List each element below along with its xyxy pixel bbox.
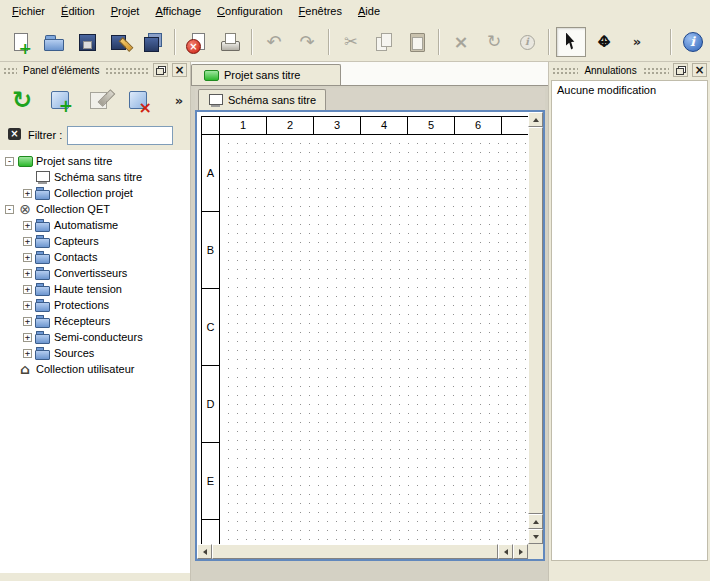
- sheet-corner-cell: [201, 116, 220, 135]
- tree-item[interactable]: + Capteurs: [0, 233, 190, 249]
- copy-button[interactable]: [369, 27, 399, 57]
- tree-expander[interactable]: +: [23, 349, 32, 358]
- edit-element-button[interactable]: [83, 83, 117, 117]
- scroll-up-button[interactable]: [528, 112, 543, 127]
- tree-expander[interactable]: +: [23, 269, 32, 278]
- menu-fenetres[interactable]: Fenêtres: [291, 3, 350, 19]
- undo-history-list: Aucune modification: [551, 80, 708, 561]
- horizontal-scrollbar[interactable]: [197, 544, 528, 559]
- clear-filter-button[interactable]: [5, 127, 23, 143]
- scroll-up-button-secondary[interactable]: [528, 514, 543, 529]
- elements-tree: - Projet sans titre Schéma sans titre + …: [0, 150, 190, 573]
- tree-expander[interactable]: +: [23, 301, 32, 310]
- toolbar-overflow-button[interactable]: [622, 27, 652, 57]
- new-element-button[interactable]: [44, 83, 78, 117]
- tree-item[interactable]: - Projet sans titre: [0, 153, 190, 169]
- tree-expander[interactable]: [23, 173, 32, 182]
- right-arrow-icon: [519, 549, 523, 555]
- about-qet-button[interactable]: [678, 27, 708, 57]
- save-button[interactable]: [72, 27, 102, 57]
- elements-panel-close-button[interactable]: [172, 63, 187, 77]
- delete-button[interactable]: [446, 27, 476, 57]
- tab-schema-label: Schéma sans titre: [228, 94, 316, 106]
- redo-button[interactable]: [292, 27, 322, 57]
- selection-mode-button[interactable]: [556, 27, 586, 57]
- tree-expander[interactable]: -: [5, 157, 14, 166]
- scroll-right-button[interactable]: [513, 544, 528, 559]
- elements-panel: Panel d'éléments: [0, 62, 190, 581]
- tree-expander[interactable]: +: [23, 333, 32, 342]
- tree-item[interactable]: + Semi-conducteurs: [0, 329, 190, 345]
- menu-edition[interactable]: Édition: [53, 3, 103, 19]
- open-folder-icon: [43, 31, 65, 53]
- tree-expander[interactable]: +: [23, 237, 32, 246]
- scroll-down-button[interactable]: [528, 529, 543, 544]
- scroll-left-button-secondary[interactable]: [498, 544, 513, 559]
- tree-item[interactable]: - Collection QET: [0, 201, 190, 217]
- tree-item[interactable]: + Protections: [0, 297, 190, 313]
- grid-paper[interactable]: [221, 136, 527, 543]
- print-icon: [219, 31, 241, 53]
- tree-item[interactable]: + Collection projet: [0, 185, 190, 201]
- tree-expander[interactable]: +: [23, 189, 32, 198]
- tree-item[interactable]: Schéma sans titre: [0, 169, 190, 185]
- tree-item[interactable]: + Sources: [0, 345, 190, 361]
- tree-item[interactable]: + Récepteurs: [0, 313, 190, 329]
- paste-button[interactable]: [402, 27, 432, 57]
- tree-expander[interactable]: +: [23, 285, 32, 294]
- save-as-button[interactable]: [105, 27, 135, 57]
- row-header-cell: D: [202, 366, 219, 443]
- folder-icon: [35, 266, 51, 280]
- menu-affichage[interactable]: Affichage: [147, 3, 209, 19]
- close-file-button[interactable]: [182, 27, 212, 57]
- tree-item[interactable]: + Automatisme: [0, 217, 190, 233]
- tree-expander[interactable]: -: [5, 205, 14, 214]
- tree-item[interactable]: Collection utilisateur: [0, 361, 190, 377]
- vertical-scrollbar-thumb[interactable]: [528, 127, 543, 514]
- undo-panel-float-button[interactable]: [673, 63, 688, 77]
- elements-panel-float-button[interactable]: [153, 63, 168, 77]
- filter-input[interactable]: [67, 126, 173, 145]
- tree-item-label: Projet sans titre: [36, 155, 112, 167]
- menu-fichier[interactable]: Fichier: [4, 3, 53, 19]
- panel-overflow-button[interactable]: [170, 88, 188, 112]
- chevron-right-icon: [626, 31, 648, 53]
- menu-bar: Fichier Édition Projet Affichage Configu…: [0, 0, 710, 22]
- tree-expander[interactable]: +: [23, 253, 32, 262]
- rotate-button[interactable]: [479, 27, 509, 57]
- info-blue-icon: [682, 31, 704, 53]
- tree-expander[interactable]: +: [23, 221, 32, 230]
- folder-icon: [35, 186, 51, 200]
- new-document-button[interactable]: [6, 27, 36, 57]
- undo-panel-close-button[interactable]: [692, 63, 707, 77]
- elements-panel-titlebar[interactable]: Panel d'éléments: [0, 62, 190, 78]
- tree-item[interactable]: + Haute tension: [0, 281, 190, 297]
- horizontal-scrollbar-thumb[interactable]: [212, 544, 498, 559]
- menu-configuration[interactable]: Configuration: [209, 3, 290, 19]
- tree-expander[interactable]: [5, 365, 14, 374]
- tab-project[interactable]: Projet sans titre: [191, 64, 341, 85]
- undo-button[interactable]: [259, 27, 289, 57]
- undo-history-entry[interactable]: Aucune modification: [552, 81, 707, 99]
- reload-collections-button[interactable]: [5, 83, 39, 117]
- open-document-button[interactable]: [39, 27, 69, 57]
- project-icon: [203, 68, 219, 82]
- tab-schema[interactable]: Schéma sans titre: [198, 89, 326, 110]
- tree-item[interactable]: + Convertisseurs: [0, 265, 190, 281]
- menu-aide[interactable]: Aide: [350, 3, 388, 19]
- diagram-view[interactable]: 1 2 3 4 5 6: [195, 110, 545, 561]
- vertical-scrollbar[interactable]: [528, 112, 543, 544]
- save-all-button[interactable]: [138, 27, 168, 57]
- tree-expander[interactable]: +: [23, 317, 32, 326]
- delete-element-button[interactable]: [122, 83, 156, 117]
- print-button[interactable]: [215, 27, 245, 57]
- close-file-icon: [186, 31, 208, 53]
- cut-button[interactable]: [336, 27, 366, 57]
- conductor-info-button[interactable]: [512, 27, 542, 57]
- menu-projet[interactable]: Projet: [103, 3, 148, 19]
- folder-icon: [35, 314, 51, 328]
- tree-item[interactable]: + Contacts: [0, 249, 190, 265]
- undo-panel-titlebar[interactable]: Annulations: [549, 62, 710, 78]
- pan-mode-button[interactable]: [589, 27, 619, 57]
- scroll-left-button[interactable]: [197, 544, 212, 559]
